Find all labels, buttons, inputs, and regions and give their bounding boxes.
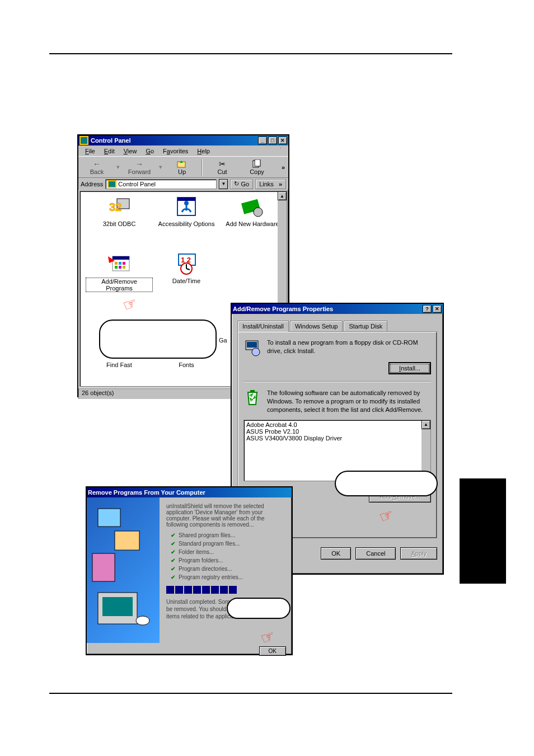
cancel-button[interactable]: Cancel (355, 547, 396, 560)
minimize-button[interactable]: _ (258, 137, 267, 144)
svg-rect-38 (98, 509, 120, 527)
install-button[interactable]: Install... (388, 362, 431, 374)
close-button[interactable]: ✕ (433, 305, 442, 313)
svg-rect-5 (281, 148, 282, 148)
copy-icon (251, 159, 263, 168)
progress-item: ✔Program registry entries... (166, 574, 285, 580)
svg-rect-23 (115, 266, 118, 269)
item-label: Accessibility Options (153, 220, 220, 227)
control-panel-icon (79, 136, 88, 145)
menu-go[interactable]: Go (141, 147, 158, 156)
menu-file[interactable]: File (81, 147, 100, 156)
item-label: Add/RemovePrograms (86, 278, 153, 292)
recycle-bin-icon (243, 389, 261, 407)
windows-logo-icon (276, 147, 286, 156)
page-black-sidebar (460, 478, 506, 584)
scroll-up-icon[interactable]: ▲ (421, 420, 430, 429)
item-label: Add New Hardware (219, 220, 286, 227)
forward-label: Forward (128, 168, 151, 175)
svg-rect-39 (115, 531, 139, 550)
svg-point-43 (136, 616, 149, 625)
accessibility-icon (173, 196, 200, 218)
go-icon: ↻ (234, 180, 239, 187)
item-label: Fonts (153, 361, 220, 368)
copy-button[interactable]: Copy (242, 159, 272, 175)
menu-favorites[interactable]: Favorites (158, 147, 193, 156)
toolbar-overflow[interactable]: » (282, 164, 285, 171)
menubar: File Edit View Go Favorites Help (78, 145, 288, 156)
help-button[interactable]: ? (423, 305, 432, 313)
svg-rect-4 (280, 148, 281, 148)
item-accessibility[interactable]: Accessibility Options (153, 196, 220, 227)
svg-rect-10 (109, 181, 115, 187)
svg-rect-19 (113, 256, 129, 260)
svg-point-17 (254, 208, 263, 217)
progress-bar (166, 586, 285, 594)
cut-button[interactable]: ✂ Cut (207, 159, 237, 175)
menu-help[interactable]: Help (193, 147, 214, 156)
tabs: Install/Uninstall Windows Setup Startup … (237, 321, 437, 331)
titlebar-arp[interactable]: Add/Remove Programs Properties ? ✕ (232, 304, 443, 314)
progress-item: ✔Standard program files... (166, 541, 285, 547)
svg-rect-2 (280, 148, 281, 148)
svg-rect-22 (123, 262, 125, 265)
item-add-remove-programs[interactable]: Add/RemovePrograms (86, 253, 153, 292)
install-software-icon (243, 339, 261, 356)
titlebar-control-panel[interactable]: Control Panel _ □ ✕ (78, 135, 288, 145)
svg-rect-36 (247, 342, 257, 348)
svg-rect-1 (81, 137, 87, 144)
svg-rect-24 (119, 266, 121, 269)
remove-info-text: The following software can be automatica… (267, 389, 431, 414)
ok-button[interactable]: OK (321, 547, 351, 560)
maximize-button[interactable]: □ (268, 137, 277, 144)
address-label: Address (81, 181, 103, 187)
address-dropdown[interactable]: ▼ (219, 179, 228, 189)
svg-rect-20 (115, 262, 118, 265)
forward-button[interactable]: → Forward (124, 159, 154, 175)
window-title: Remove Programs From Your Computer (88, 489, 205, 496)
up-button[interactable]: Up (167, 159, 197, 175)
odbc-icon: 32 (106, 196, 133, 218)
item-32bit-odbc[interactable]: 32 32bit ODBC (86, 196, 153, 227)
svg-text:32: 32 (109, 201, 121, 213)
list-item[interactable]: ASUS V3400/V3800 Display Driver (246, 435, 428, 442)
item-label: Date/Time (153, 278, 220, 284)
status-text: 26 object(s) (82, 389, 114, 396)
item-label: 32bit ODBC (86, 220, 153, 227)
address-input[interactable]: Control Panel (105, 179, 217, 189)
add-hardware-icon (239, 196, 266, 218)
go-button[interactable]: ↻ Go (230, 179, 253, 189)
menu-edit[interactable]: Edit (100, 147, 119, 156)
rule-bottom (49, 693, 452, 694)
tab-windows-setup[interactable]: Windows Setup (290, 321, 343, 331)
address-value: Control Panel (118, 181, 156, 187)
tab-startup-disk[interactable]: Startup Disk (344, 321, 387, 331)
ok-button[interactable]: OK (259, 646, 286, 656)
address-bar: Address Control Panel ▼ ↻ Go Links » (78, 177, 288, 190)
wizard-sidebar-image (87, 497, 160, 643)
apply-button[interactable]: Apply (400, 547, 437, 560)
item-date-time[interactable]: 1 2 Date/Time (153, 253, 220, 284)
close-button[interactable]: ✕ (278, 137, 287, 144)
list-item[interactable]: ASUS Probe V2.10 (246, 428, 428, 435)
callout-oval-1 (99, 320, 217, 359)
list-item[interactable]: Adobe Acrobat 4.0 (246, 421, 428, 428)
toolbar: ← Back ▾ → Forward ▾ Up ✂ Cut (78, 156, 288, 177)
progress-item: ✔Shared program files... (166, 532, 285, 538)
links-button[interactable]: Links » (255, 179, 286, 189)
back-button[interactable]: ← Back (82, 159, 112, 175)
date-time-icon: 1 2 (173, 253, 200, 275)
scroll-up-icon[interactable]: ▲ (278, 191, 287, 200)
titlebar-uninstall[interactable]: Remove Programs From Your Computer (87, 487, 292, 497)
menu-view[interactable]: View (119, 147, 142, 156)
progress-item: ✔Program folders... (166, 557, 285, 564)
item-add-hardware[interactable]: Add New Hardware (219, 196, 286, 227)
links-label: Links (259, 181, 274, 187)
tab-install-uninstall[interactable]: Install/Uninstall (237, 321, 289, 332)
arrow-left-icon: ← (91, 159, 102, 168)
svg-rect-15 (177, 198, 195, 201)
svg-rect-42 (102, 597, 133, 616)
item-label: Find Fast (86, 361, 153, 368)
svg-rect-3 (281, 148, 282, 148)
wizard-intro: unInstallShield will remove the selected… (166, 503, 285, 528)
